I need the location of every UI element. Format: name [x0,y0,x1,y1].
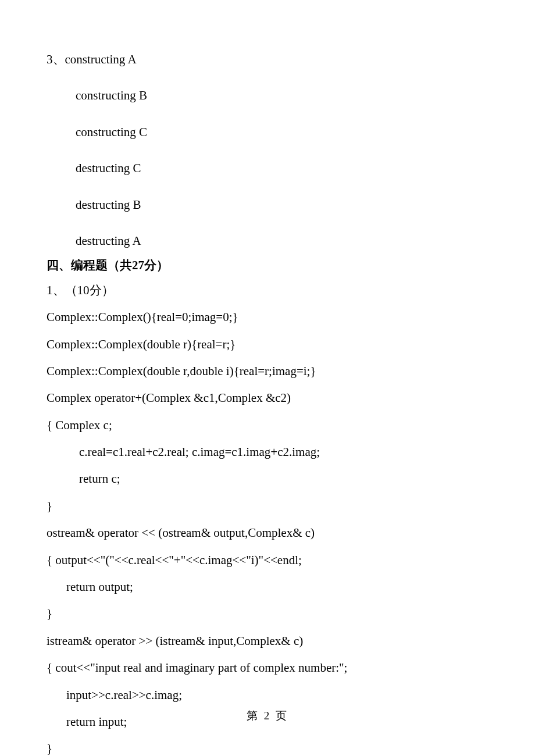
code-line-5: c.real=c1.real+c2.real; c.imag=c1.imag+c… [47,444,488,461]
code-line-12: istream& operator >> (istream& input,Com… [47,633,488,650]
q3-text-0: constructing A [65,52,137,66]
q3-line-3: destructing C [47,160,488,177]
code-line-1: Complex::Complex(double r){real=r;} [47,336,488,353]
code-line-14: input>>c.real>>c.imag; [47,687,488,704]
code-line-13: { cout<<"input real and imaginary part o… [47,659,488,676]
code-line-16: } [47,740,488,756]
q3-line-0: 3、constructing A [47,51,488,68]
code-line-0: Complex::Complex(){real=0;imag=0;} [47,309,488,326]
q3-number: 3、 [47,52,65,66]
code-line-7: } [47,498,488,515]
q3-line-5: destructing A [47,233,488,249]
q1-number: 1、（10分） [47,282,488,299]
code-line-10: return output; [47,579,488,595]
code-line-6: return c; [47,470,488,487]
q3-line-2: constructing C [47,124,488,141]
section4-heading: 四、编程题（共27分） [47,257,488,274]
page-number: 第 2 页 [0,708,535,724]
code-line-11: } [47,605,488,622]
code-line-2: Complex::Complex(double r,double i){real… [47,363,488,380]
q3-line-1: constructing B [47,87,488,104]
q3-line-4: destructing B [47,197,488,213]
code-line-3: Complex operator+(Complex &c1,Complex &c… [47,390,488,406]
code-line-8: ostream& operator << (ostream& output,Co… [47,525,488,541]
code-line-4: { Complex c; [47,417,488,434]
code-line-9: { output<<"("<<c.real<<"+"<<c.imag<<"i)"… [47,552,488,569]
